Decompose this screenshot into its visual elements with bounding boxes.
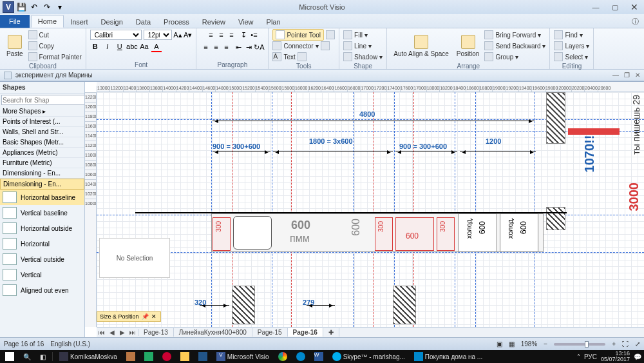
pin-icon[interactable]: 📌	[142, 313, 149, 320]
taskbar-item[interactable]: VMicrosoft Visio	[214, 351, 272, 362]
cat-dimensioning-2[interactable]: Dimensioning - En...	[0, 179, 84, 190]
cat-dimensioning-1[interactable]: Dimensioning - En...	[0, 168, 84, 179]
page-first-icon[interactable]: ⏮	[97, 329, 107, 336]
cat-furniture[interactable]: Furniture (Metric)	[0, 158, 84, 168]
size-position-tab[interactable]: Size & Position📌✕	[97, 311, 161, 322]
rectangle-tool-icon[interactable]	[326, 30, 335, 39]
pointer-tool-button[interactable]: Pointer Tool	[272, 29, 324, 41]
search-icon[interactable]: 🔍	[21, 351, 33, 362]
ribbon-help-icon[interactable]: ⓘ	[627, 15, 644, 28]
taskbar-pinned-icon[interactable]	[142, 351, 156, 362]
tab-review[interactable]: Review	[196, 16, 232, 28]
orientation-icon[interactable]: ↧	[238, 30, 249, 41]
bullets-icon[interactable]: •≡	[249, 30, 259, 40]
stencil-h-outside[interactable]: Horizontal outside	[0, 221, 84, 236]
text-tool-button[interactable]: AText	[272, 52, 335, 62]
bold-button[interactable]: B	[90, 41, 100, 52]
taskbar-store-icon[interactable]	[196, 351, 210, 362]
page-tab-15[interactable]: Page-15	[252, 328, 288, 337]
align-bottom-icon[interactable]: ≡	[226, 30, 236, 40]
tray-chevron-icon[interactable]: ˄	[577, 353, 580, 360]
taskbar-item[interactable]: KomiksaMoskva	[57, 351, 120, 362]
align-top-icon[interactable]: ≡	[205, 30, 216, 40]
shadow-button[interactable]: Shadow ▾	[343, 52, 383, 62]
close-icon[interactable]: ✕	[151, 313, 156, 320]
drawing-canvas[interactable]: 4800 900 = 300+600 1800 = 3х600 900 = 30…	[97, 92, 644, 327]
tab-data[interactable]: Data	[129, 16, 157, 28]
close-button[interactable]: ✕	[625, 1, 644, 13]
status-lang[interactable]: English (U.S.)	[50, 340, 90, 348]
taskbar-item[interactable]: Skype™ - marishag...	[330, 351, 408, 362]
indent-dec-icon[interactable]: ⇤	[233, 42, 243, 52]
minimize-button[interactable]: —	[586, 1, 605, 13]
line-button[interactable]: Line ▾	[343, 41, 383, 51]
find-button[interactable]: Find ▾	[554, 30, 589, 40]
tab-process[interactable]: Process	[157, 16, 196, 28]
page-prev-icon[interactable]: ◀	[107, 329, 117, 336]
presentation-icon[interactable]: ▦	[509, 340, 515, 348]
align-left-icon[interactable]: ≡	[200, 42, 211, 52]
taskbar-explorer-icon[interactable]	[178, 351, 192, 362]
doc-minimize-icon[interactable]: —	[612, 72, 619, 79]
bring-forward-button[interactable]: Bring Forward ▾	[484, 30, 545, 40]
zoom-slider[interactable]	[554, 343, 605, 346]
italic-button[interactable]: I	[102, 41, 113, 52]
cat-poi[interactable]: Points of Interest (...	[0, 117, 84, 127]
font-size-select[interactable]: 12pt	[144, 30, 172, 40]
taskbar-edge-icon[interactable]	[294, 351, 308, 362]
freeform-icon[interactable]	[321, 41, 330, 50]
stencil-aligned[interactable]: Aligned out even	[0, 282, 84, 298]
page-tab-16[interactable]: Page-16	[288, 328, 323, 337]
cat-walls[interactable]: Walls, Shell and Str...	[0, 127, 84, 137]
zoom-out-icon[interactable]: −	[544, 340, 547, 348]
tray-notifications-icon[interactable]: 💬	[634, 353, 641, 360]
stencil-h-baseline[interactable]: Horizontal baseline	[0, 190, 84, 205]
group-button[interactable]: Group ▾	[484, 52, 545, 62]
tab-plan[interactable]: Plan	[260, 16, 287, 28]
qat-redo-icon[interactable]: ↷	[41, 1, 53, 13]
fill-button[interactable]: Fill ▾	[343, 30, 383, 40]
connector-tool-button[interactable]: Connector▾	[272, 41, 335, 51]
shrink-font-icon[interactable]: A▾	[184, 31, 192, 39]
tray-clock[interactable]: 13:1605/07/2017	[601, 351, 630, 362]
cat-basic[interactable]: Basic Shapes (Metr...	[0, 137, 84, 148]
select-button[interactable]: Select ▾	[554, 52, 589, 62]
page-last-icon[interactable]: ⏭	[128, 329, 138, 336]
fullscreen-icon[interactable]: ⤢	[635, 340, 640, 348]
cat-appliances[interactable]: Appliances (Metric)	[0, 148, 84, 158]
ellipse-icon[interactable]	[298, 52, 307, 61]
stencil-v-outside[interactable]: Vertical outside	[0, 251, 84, 267]
autoalign-button[interactable]: Auto Align & Space	[391, 34, 451, 59]
underline-button[interactable]: U	[115, 41, 125, 52]
more-shapes-item[interactable]: More Shapes ▸	[0, 106, 84, 117]
taskbar-word-icon[interactable]: W	[312, 351, 326, 362]
shapes-search-input[interactable]	[1, 95, 85, 105]
tab-insert[interactable]: Insert	[64, 16, 95, 28]
align-middle-icon[interactable]: ≡	[216, 30, 226, 40]
page-add-icon[interactable]: ✚	[323, 328, 339, 337]
align-right-icon[interactable]: ≡	[221, 42, 231, 52]
qat-undo-icon[interactable]: ↶	[28, 1, 40, 13]
taskbar-pinned-icon[interactable]	[124, 351, 138, 362]
tray-lang[interactable]: РУС	[584, 353, 597, 360]
indent-inc-icon[interactable]: ⇥	[243, 42, 254, 52]
format-painter-button[interactable]: Format Painter	[28, 52, 82, 62]
taskbar-opera-icon[interactable]	[160, 351, 174, 362]
layers-button[interactable]: Layers ▾	[554, 41, 589, 51]
strike-button[interactable]: abc	[127, 41, 137, 52]
tab-home[interactable]: Home	[31, 15, 64, 28]
maximize-button[interactable]: ▢	[605, 1, 625, 13]
rotate-text-icon[interactable]: ↻A	[254, 42, 264, 52]
position-button[interactable]: Position	[454, 34, 482, 59]
page-next-icon[interactable]: ▶	[117, 329, 128, 336]
tab-file[interactable]: File	[0, 15, 30, 28]
start-button[interactable]	[3, 351, 17, 362]
fit-page-icon[interactable]: ⛶	[622, 340, 629, 348]
copy-button[interactable]: Copy	[28, 41, 82, 51]
font-color-button[interactable]: A	[151, 42, 162, 52]
text-case-button[interactable]: Aa	[139, 41, 149, 52]
doc-restore-icon[interactable]: ❐	[624, 72, 630, 79]
page-tab-lineika[interactable]: ЛинейкаКухня400+800	[174, 328, 252, 337]
zoom-in-icon[interactable]: +	[612, 340, 616, 348]
stencil-v-baseline[interactable]: Vertical baseline	[0, 205, 84, 221]
